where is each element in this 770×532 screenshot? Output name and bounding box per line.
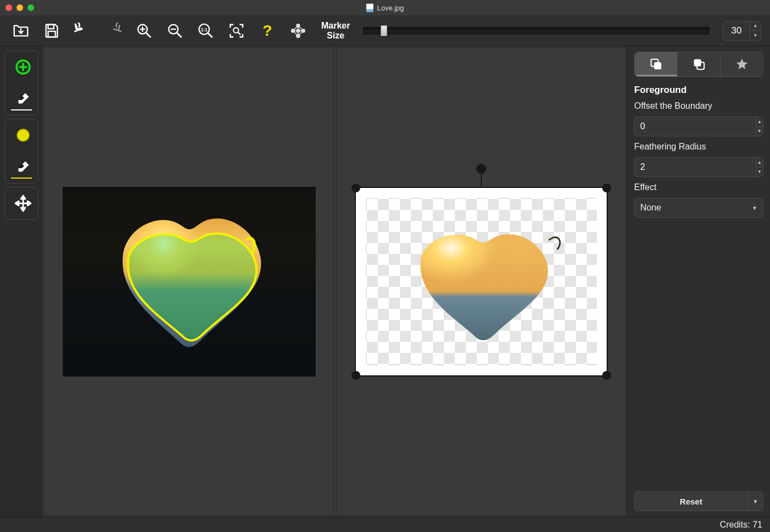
document-filename: Love.jpg	[377, 4, 404, 12]
svg-line-3	[146, 32, 151, 37]
source-image	[63, 187, 316, 376]
svg-marker-35	[28, 201, 31, 206]
feather-down[interactable]: ▼	[756, 168, 763, 177]
layers-background-icon	[692, 57, 706, 71]
save-icon	[43, 23, 60, 39]
svg-text:1:1: 1:1	[201, 26, 207, 32]
svg-rect-1	[48, 31, 55, 36]
svg-point-21	[296, 24, 300, 27]
source-pane[interactable]	[44, 47, 334, 516]
marker-size-input[interactable]	[723, 21, 750, 40]
feather-input[interactable]	[635, 158, 756, 176]
svg-marker-33	[21, 208, 25, 211]
marker-size-slider[interactable]	[363, 24, 710, 37]
effect-value: None	[640, 203, 661, 213]
open-button[interactable]	[9, 19, 33, 43]
tool-strip	[0, 46, 43, 517]
help-button[interactable]: ?	[255, 19, 279, 43]
svg-point-23	[301, 29, 305, 32]
redo-icon	[105, 23, 122, 39]
offset-down[interactable]: ▼	[756, 127, 763, 136]
marker-size-stepper[interactable]: ▲ ▼	[723, 21, 761, 41]
add-marker-tool[interactable]	[7, 53, 39, 81]
tool-underline	[11, 109, 32, 110]
panel-tabs	[634, 52, 763, 77]
eraser-icon	[14, 155, 32, 173]
slider-thumb[interactable]	[381, 25, 387, 36]
crop-handle-top-left[interactable]	[351, 184, 360, 192]
svg-rect-36	[63, 330, 316, 376]
move-tool[interactable]	[7, 190, 39, 217]
maximize-window-button[interactable]	[28, 4, 34, 11]
svg-point-25	[296, 29, 300, 32]
reset-dropdown[interactable]: ▼	[747, 492, 763, 511]
eraser-yellow-tool[interactable]	[7, 150, 39, 178]
svg-rect-38	[356, 188, 607, 376]
titlebar: Love.jpg	[0, 0, 770, 15]
marker-size-label: Marker Size	[321, 21, 350, 40]
zoom-out-icon	[167, 23, 183, 39]
svg-point-22	[292, 29, 295, 32]
svg-marker-34	[15, 201, 19, 206]
result-frame[interactable]	[355, 187, 608, 376]
tab-favorites[interactable]	[720, 52, 763, 76]
canvas-area	[43, 46, 627, 517]
move-icon	[14, 195, 32, 212]
eraser-white-tool[interactable]	[7, 82, 39, 109]
redo-button[interactable]	[101, 19, 125, 43]
svg-line-10	[208, 33, 212, 37]
marker-size-down[interactable]: ▼	[750, 31, 761, 40]
statusbar: Credits: 71	[0, 517, 770, 532]
credits-value: 71	[752, 520, 762, 530]
panel-heading: Foreground	[634, 85, 763, 96]
layers-foreground-icon	[649, 57, 663, 71]
result-pane[interactable]	[336, 47, 626, 516]
crop-handle-bottom-left[interactable]	[351, 371, 360, 380]
ai-button[interactable]	[286, 19, 310, 43]
svg-rect-40	[654, 62, 661, 69]
save-button[interactable]	[40, 19, 64, 43]
main-area: Foreground Offset the Boundary ▲ ▼ Feath…	[0, 46, 770, 517]
feather-stepper[interactable]: ▲ ▼	[634, 157, 763, 177]
rotate-handle[interactable]	[476, 164, 486, 174]
svg-line-7	[177, 32, 182, 37]
document-title: Love.jpg	[366, 3, 404, 12]
rotate-stem	[481, 171, 482, 188]
offset-up[interactable]: ▲	[756, 117, 763, 127]
tab-foreground[interactable]	[635, 52, 677, 76]
svg-point-29	[17, 129, 29, 141]
zoom-fit-button[interactable]	[224, 19, 249, 43]
reset-control: Reset ▼	[634, 491, 763, 511]
toolbar: 1:1 ? Marker Size	[0, 15, 770, 46]
marker-size-up[interactable]: ▲	[750, 21, 761, 31]
reset-button[interactable]: Reset	[635, 492, 747, 511]
zoom-out-button[interactable]	[163, 19, 187, 43]
feather-label: Feathering Radius	[634, 142, 763, 152]
effect-select[interactable]: None ▼	[634, 198, 763, 218]
zoom-actual-button[interactable]: 1:1	[194, 19, 218, 43]
tool-underline	[11, 178, 32, 179]
offset-input[interactable]	[635, 117, 756, 136]
close-window-button[interactable]	[6, 4, 12, 11]
yellow-marker-tool[interactable]	[7, 121, 39, 149]
zoom-in-button[interactable]	[132, 19, 156, 43]
undo-button[interactable]	[70, 19, 95, 43]
zoom-fit-icon	[228, 23, 245, 39]
offset-stepper[interactable]: ▲ ▼	[634, 117, 763, 136]
feather-up[interactable]: ▲	[756, 158, 763, 168]
window-controls	[6, 4, 34, 11]
svg-point-24	[296, 34, 300, 37]
svg-marker-32	[21, 196, 25, 199]
svg-rect-0	[48, 24, 53, 29]
svg-line-13	[238, 32, 240, 34]
zoom-in-icon	[136, 23, 152, 39]
crop-handle-top-right[interactable]	[602, 184, 611, 192]
eraser-icon	[14, 87, 32, 104]
add-marker-icon	[14, 58, 32, 76]
offset-label: Offset the Boundary	[634, 101, 763, 111]
crop-handle-bottom-right[interactable]	[602, 371, 611, 380]
credits-label: Credits:	[720, 520, 750, 530]
tab-background[interactable]	[677, 52, 720, 76]
document-icon	[366, 3, 373, 12]
minimize-window-button[interactable]	[16, 4, 23, 11]
